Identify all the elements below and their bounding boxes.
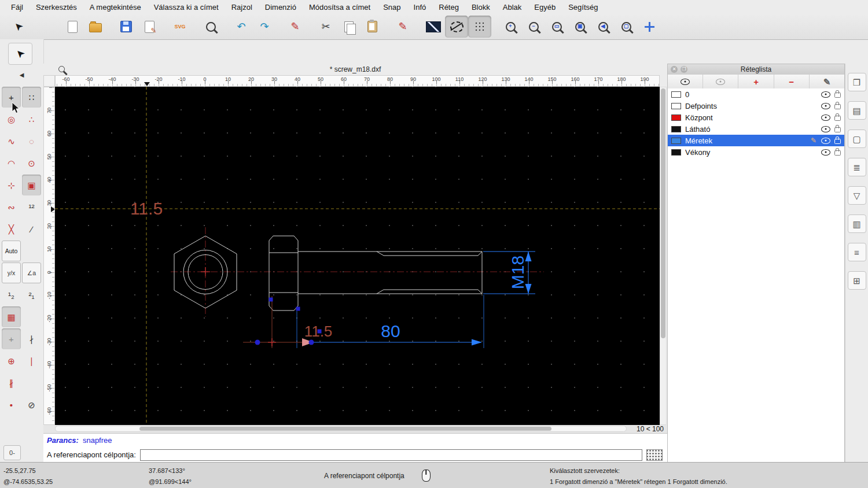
vertical-scrollbar-thumb[interactable] [661, 88, 665, 338]
layer-visibility-toggle[interactable] [821, 91, 830, 98]
panel-detach-button[interactable]: ❐ [681, 66, 687, 73]
layer-row-Központ[interactable]: Központ [668, 112, 844, 123]
layer-visibility-toggle[interactable] [821, 138, 830, 144]
restrict-vertical-button[interactable]: ∤ [22, 328, 41, 349]
keyboard-toggle-button[interactable] [646, 449, 663, 461]
zoom-auto-button[interactable]: ▭ [545, 16, 568, 38]
menu-item-Módosítsa a címet[interactable]: Módosítsa a címet [303, 3, 377, 12]
dim-top-label[interactable]: 11.5 [130, 199, 163, 218]
layer-visibility-toggle[interactable] [821, 103, 830, 109]
remove-layer-button[interactable]: − [774, 75, 810, 88]
menu-item-Snap[interactable]: Snap [377, 3, 407, 12]
toggle-quick-info-button[interactable]: ▢ [848, 130, 866, 148]
svg-export-button[interactable]: SVG [168, 16, 192, 38]
undo-button[interactable]: ↶ [230, 16, 253, 38]
paste-button[interactable] [361, 16, 384, 38]
edit-pen-button[interactable]: ✎ [391, 16, 414, 38]
snap-intersection-button[interactable]: ╳ [2, 219, 21, 239]
snap-grid-point-button[interactable]: ▣ [22, 175, 41, 195]
toggle-matrix-widget-button[interactable]: ▥ [848, 215, 866, 233]
toggle-block-list-button[interactable]: ▤ [848, 101, 866, 120]
snap-grid-button[interactable]: ∷ [22, 87, 41, 108]
redo-button[interactable]: ↷ [253, 16, 276, 38]
snap-on-entity-button[interactable]: ∴ [22, 109, 41, 130]
snap-distance-button[interactable]: ◌ [22, 131, 41, 151]
snap-middle-button[interactable]: ◠ [2, 153, 21, 173]
hide-all-layers-button[interactable] [703, 75, 738, 88]
horizontal-scrollbar-thumb[interactable] [139, 427, 551, 431]
layer-lock-toggle[interactable] [834, 127, 841, 132]
menu-item-Ablak[interactable]: Ablak [496, 3, 528, 12]
layer-lock-toggle[interactable] [834, 150, 841, 156]
dimension-80[interactable]: 80 [297, 295, 484, 348]
hatch-tool-button[interactable]: ∦ [2, 372, 21, 393]
zoom-selected-button[interactable]: ▣ [568, 16, 591, 38]
layer-visibility-toggle[interactable] [821, 126, 830, 132]
layer-row-Vékony[interactable]: Vékony [668, 146, 844, 158]
layer-lock-toggle[interactable] [834, 116, 841, 121]
layer-lock-toggle[interactable] [834, 104, 841, 109]
snap-reference-button[interactable]: ⊙ [22, 153, 41, 173]
coords-polar-button[interactable]: ∠a [22, 263, 41, 283]
drawing-canvas[interactable]: M18 80 11.5 [55, 87, 660, 425]
palette-select-button[interactable]: ➤ [8, 43, 32, 65]
menu-item-Válassza ki a címet[interactable]: Válassza ki a címet [148, 3, 225, 12]
palette-collapse-handle[interactable]: ◀ [0, 72, 43, 78]
line-attributes-button[interactable] [422, 16, 445, 38]
toggle-command-widget-button[interactable]: ≡ [848, 243, 866, 261]
edit-drawing-button[interactable] [138, 16, 161, 38]
toggle-selection-filter-button[interactable]: ▽ [848, 186, 866, 205]
order-2-1-button[interactable]: ²₁ [22, 284, 41, 305]
order-1-2-button[interactable]: ¹₂ [2, 284, 21, 305]
menu-item-Dimenzió[interactable]: Dimenzió [259, 3, 303, 12]
snap-point-button[interactable]: • [2, 394, 21, 415]
zoom-out-button[interactable]: − [522, 16, 545, 38]
toggle-library-browser-button[interactable]: ❒ [848, 73, 866, 91]
toggle-entity-list-button[interactable]: ≣ [848, 158, 866, 176]
panel-close-button[interactable]: ✕ [671, 66, 678, 73]
coords-cartesian-button[interactable]: y/x [2, 263, 21, 283]
menu-item-Infó[interactable]: Infó [407, 3, 433, 12]
bolt-side-view[interactable] [269, 236, 482, 310]
dim-thread-label[interactable]: M18 [508, 256, 527, 289]
snap-order-button[interactable]: ¹² [22, 197, 41, 217]
dim-length-label[interactable]: 80 [381, 321, 400, 341]
dimension-m18[interactable]: M18 [483, 252, 535, 294]
snap-auto-button[interactable]: Auto [2, 241, 21, 261]
layer-row-Látható[interactable]: Látható [668, 123, 844, 135]
snap-free-button[interactable]: + [2, 87, 21, 108]
menu-item-Fájl[interactable]: Fájl [5, 3, 30, 12]
snap-grid-toolbar-button[interactable] [468, 16, 491, 38]
snap-freehand-button[interactable]: ∾ [2, 197, 21, 217]
command-input[interactable] [140, 449, 642, 461]
circle-tool-button[interactable] [445, 16, 468, 38]
horizontal-scrollbar-track[interactable] [55, 426, 627, 432]
dimension-11-5[interactable]: 11.5 11.5 [130, 199, 332, 348]
layer-lock-toggle[interactable] [834, 139, 841, 144]
snap-circle-plus-button[interactable]: ⊕ [2, 350, 21, 371]
restrict-horizontal-button[interactable]: ∣ [22, 350, 41, 371]
zoom-previous-button[interactable]: ◀ [591, 16, 615, 38]
snap-endpoint-button[interactable]: ◎ [2, 109, 21, 130]
menu-item-Blokk[interactable]: Blokk [465, 3, 496, 12]
pan-button[interactable] [638, 16, 661, 38]
modify-layer-button[interactable]: ✎ [810, 75, 844, 88]
menu-item-A megtekintése[interactable]: A megtekintése [83, 3, 148, 12]
print-preview-button[interactable] [199, 16, 222, 38]
snap-center-button[interactable]: ∿ [2, 131, 21, 151]
open-file-button[interactable] [84, 16, 107, 38]
zoom-in-button[interactable]: + [499, 16, 522, 38]
menu-item-Szerkesztés[interactable]: Szerkesztés [30, 3, 83, 12]
layer-visibility-toggle[interactable] [821, 149, 830, 156]
set-relative-zero-button[interactable]: + [2, 328, 21, 349]
menu-item-Réteg[interactable]: Réteg [432, 3, 465, 12]
relative-zero-lock-button[interactable]: 0- [3, 445, 21, 460]
layer-visibility-toggle[interactable] [821, 114, 830, 121]
select-button[interactable]: ➤ [7, 16, 30, 38]
layer-row-0[interactable]: 0 [668, 88, 844, 100]
copy-button[interactable] [337, 16, 361, 38]
layer-row-Méretek[interactable]: Méretek✎ [668, 135, 844, 146]
menu-item-Segítség[interactable]: Segítség [562, 3, 604, 12]
lock-relative-zero-button[interactable]: ⊘ [22, 394, 41, 415]
horizontal-scrollbar[interactable]: 10 < 100 [43, 425, 667, 433]
